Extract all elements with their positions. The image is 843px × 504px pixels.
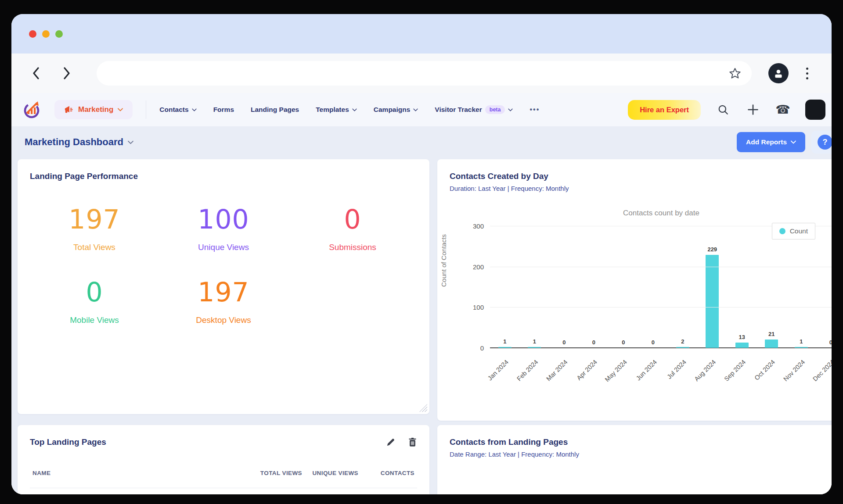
nav-item-label: Templates [316,106,349,114]
bar[interactable] [735,343,749,348]
chart-legend[interactable]: Count [772,223,815,239]
bar-slot-dec-2024: 0 [816,226,832,348]
bar[interactable] [498,347,512,348]
y-tick-300: 300 [473,222,484,230]
close-window-button[interactable] [29,30,36,38]
bar-value-label: 13 [739,334,745,340]
edit-pencil-icon[interactable] [386,437,396,447]
app-logo-icon[interactable] [22,100,42,120]
phone-icon: ☎ [775,104,790,116]
nav-item-landing-pages[interactable]: Landing Pages [251,106,299,114]
x-tick-label: Oct 2024 [753,358,777,382]
contacts-created-by-day-card: Contacts Created by Day Duration: Last Y… [437,159,832,421]
stat-mobile-views: 0 Mobile Views [30,277,159,325]
column-header-total-views[interactable]: TOTAL VIEWS [246,470,302,476]
contact-support-button[interactable]: ☎ [775,102,790,117]
bar-slot-nov-2024: 1 [786,226,816,348]
table-header-row: NAMETOTAL VIEWSUNIQUE VIEWSCONTACTS [30,470,417,476]
x-tick-label: Jan 2024 [486,358,510,382]
help-button[interactable]: ? [818,135,832,150]
bar[interactable] [765,340,778,348]
help-pill: ? [811,131,832,154]
column-header-contacts[interactable]: CONTACTS [358,470,414,476]
hire-an-expert-button[interactable]: Hire an Expert [628,100,701,120]
add-reports-button[interactable]: Add Reports [737,132,805,152]
browser-profile-avatar[interactable] [768,63,789,83]
stat-submissions: 0 Submissions [288,204,417,252]
page-title: Marketing Dashboard [25,136,123,148]
card-title: Landing Page Performance [30,172,417,181]
stat-label: Mobile Views [30,315,159,325]
search-icon [717,104,729,115]
gridline-200 [490,267,832,267]
user-avatar[interactable] [805,100,825,120]
bar-slot-apr-2024: 0 [579,226,609,348]
forward-button[interactable] [57,64,76,83]
nav-item-visitor-tracker[interactable]: Visitor Trackerbeta [435,105,513,114]
beta-badge: beta [485,105,505,114]
bar[interactable] [795,347,808,348]
delete-trash-icon[interactable] [408,437,417,447]
nav-right-cluster: Hire an Expert ☎ [628,100,821,120]
zoom-window-button[interactable] [55,30,63,38]
card-resize-handle[interactable] [419,404,427,412]
dashboard-content: Landing Page Performance 197 Total Views… [11,158,832,494]
dashboard-title-dropdown[interactable]: Marketing Dashboard [25,136,133,148]
dashboard-page: Marketing Dashboard Add Reports ? Landin… [11,126,832,494]
chevron-down-icon [192,108,197,111]
nav-item-campaigns[interactable]: Campaigns [374,106,418,114]
nav-item-templates[interactable]: Templates [316,106,357,114]
x-label-slot: Mar 2024 [549,354,579,393]
browser-toolbar [11,54,832,93]
bar-slot-mar-2024: 0 [549,226,579,348]
bar[interactable] [528,347,541,348]
bar-value-label: 0 [622,339,625,346]
nav-item-forms[interactable]: Forms [213,106,234,114]
contacts-from-landing-pages-card: Contacts from Landing Pages Date Range: … [437,425,832,494]
bar-value-label: 0 [562,339,566,346]
bar-slot-jan-2024: 1 [490,226,520,348]
top-landing-pages-card: Top Landing Pages [18,425,429,494]
bar-chart: Contacts count by date Count of Contacts… [437,159,832,421]
address-bar[interactable] [97,61,752,86]
x-tick-label: Jun 2024 [634,358,658,382]
x-label-slot: Jun 2024 [638,354,668,393]
browser-menu-button[interactable] [803,65,811,82]
product-switcher-marketing[interactable]: Marketing [54,100,133,119]
minimize-window-button[interactable] [42,30,50,38]
bar-slot-jun-2024: 0 [638,226,668,348]
bar-slot-sep-2024: 13 [727,226,757,348]
card-subtitle: Date Range: Last Year | Frequency: Month… [450,450,832,458]
nav-item-contacts[interactable]: Contacts [159,106,196,114]
address-input[interactable] [107,61,729,86]
nav-more-button[interactable]: ••• [530,106,540,114]
window-titlebar [11,14,832,54]
lpp-stats-grid: 197 Total Views100 Unique Views0 Submiss… [30,204,417,325]
nav-item-label: Forms [213,106,234,114]
stat-label: Unique Views [159,243,288,252]
plus-icon [747,104,759,116]
bar[interactable] [706,255,719,348]
bar-value-label: 229 [707,246,717,253]
page-header: Marketing Dashboard Add Reports ? [11,126,832,158]
stat-value: 100 [159,204,288,235]
bar-value-label: 1 [503,338,506,345]
column-header-name[interactable]: NAME [32,470,246,476]
quick-create-button[interactable] [746,102,760,117]
y-tick-200: 200 [473,263,484,270]
chevron-down-icon [352,108,357,111]
bookmark-star-icon[interactable] [729,67,741,79]
x-label-slot: Oct 2024 [757,354,787,393]
x-label-slot: Jul 2024 [668,354,698,393]
search-button[interactable] [716,102,731,117]
x-axis-labels: Jan 2024Feb 2024Mar 2024Apr 2024May 2024… [490,354,832,393]
bar-slot-feb-2024: 1 [520,226,550,348]
bar[interactable] [676,347,689,348]
stat-label: Submissions [288,243,417,252]
traffic-lights [29,30,63,38]
chevron-down-icon [791,140,796,144]
column-header-unique-views[interactable]: UNIQUE VIEWS [302,470,358,476]
y-axis-label: Count of Contacts [440,234,447,287]
stat-value: 197 [159,277,288,307]
back-button[interactable] [26,64,46,83]
